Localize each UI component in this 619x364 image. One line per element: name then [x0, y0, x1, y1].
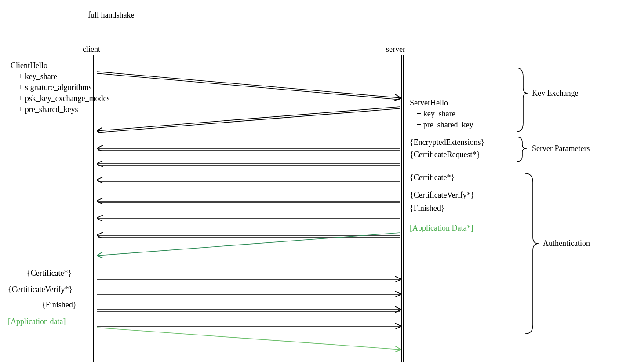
arrow-srv-appdata	[98, 233, 400, 256]
clienthello-ext2: + signature_algorithms	[18, 83, 92, 92]
arrow-clienthello-2	[97, 73, 400, 100]
enc-ext: {EncryptedExtensions}	[410, 138, 484, 147]
arrow-clienthello	[97, 72, 400, 98]
cert-req: {CertificateRequest*}	[410, 150, 480, 159]
cli-cert: {Certificate*}	[27, 269, 72, 278]
clienthello-ext4: + pre_shared_keys	[18, 105, 78, 114]
clienthello-name: ClientHello	[11, 61, 47, 70]
srv-appdata: [Application Data*]	[410, 223, 473, 232]
srv-certverify: {CertificateVerify*}	[410, 191, 474, 199]
clienthello-ext1: + key_share	[18, 72, 57, 81]
phase-key-exchange: Key Exchange	[532, 89, 578, 97]
brace-authentication	[525, 173, 539, 334]
arrow-cli-appdata	[97, 328, 400, 350]
cli-finished: {Finished}	[42, 300, 76, 309]
serverhello-ext1: + key_share	[417, 109, 455, 118]
srv-finished: {Finished}	[410, 204, 444, 213]
arrow-serverhello	[98, 107, 400, 131]
brace-server-params	[517, 137, 527, 162]
serverhello-ext2: + pre_shared_key	[417, 120, 473, 129]
phase-server-params: Server Parameters	[532, 144, 590, 153]
phase-authentication: Authentication	[543, 239, 590, 248]
actor-server-label: server	[386, 45, 405, 54]
cli-appdata: [Application data]	[8, 317, 66, 326]
srv-cert: {Certificate*}	[410, 173, 455, 182]
brace-key-exchange	[517, 68, 528, 132]
actor-client-label: client	[83, 45, 100, 54]
handshake-diagram: full handshake client server ClientHello…	[0, 0, 619, 364]
serverhello-name: ServerHello	[410, 98, 448, 107]
arrow-serverhello-2	[98, 108, 400, 133]
clienthello-ext3: + psk_key_exchange_modes	[18, 94, 110, 103]
diagram-title: full handshake	[88, 11, 134, 19]
cli-certverify: {CertificateVerify*}	[8, 285, 73, 294]
